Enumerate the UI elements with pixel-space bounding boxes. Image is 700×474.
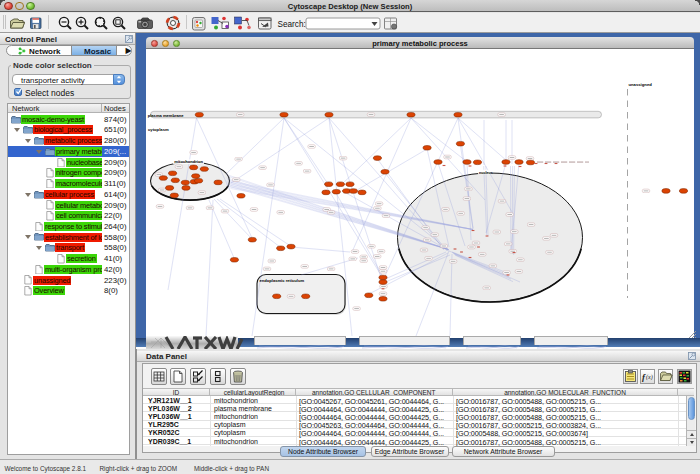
svg-text:(x): (x): [646, 374, 653, 381]
svg-text:cytoplasm: cytoplasm: [148, 127, 169, 132]
svg-text:nucleus: nucleus: [479, 171, 493, 175]
svg-text:unassigned: unassigned: [629, 82, 653, 87]
svg-text:plasma membrane: plasma membrane: [148, 113, 185, 118]
svg-text:endoplasmic reticulum: endoplasmic reticulum: [260, 278, 305, 283]
svg-text:mitochondrion: mitochondrion: [174, 159, 203, 164]
svg-text:Search:: Search:: [278, 19, 306, 28]
